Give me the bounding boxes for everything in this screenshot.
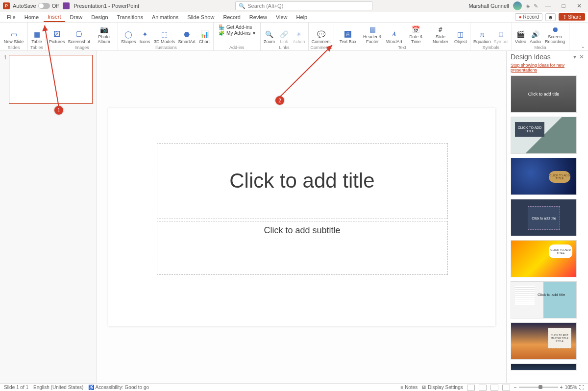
slide-stage: Click to add title Click to add subtitle [97, 51, 506, 383]
minimize-button[interactable]: — [542, 2, 554, 9]
wordart-icon: 𝑨 [390, 29, 399, 39]
stop-ideas-link[interactable]: Stop showing ideas for new presentations [507, 63, 588, 75]
collapse-ribbon-icon[interactable]: ⌄ [581, 43, 585, 49]
tab-home[interactable]: Home [21, 13, 43, 22]
tab-animations[interactable]: Animations [148, 13, 182, 22]
textbox-icon: 🅰 [343, 29, 353, 39]
search-box[interactable]: 🔍 Search (Alt+Q) [235, 1, 372, 10]
toggle-icon[interactable] [38, 3, 50, 9]
record-button[interactable]: ●Record [515, 13, 542, 21]
photo-album-button[interactable]: 📷Photo Album [92, 24, 116, 45]
present-icon[interactable]: ☻ [545, 13, 556, 21]
design-idea-7[interactable]: CLICK TO EDIT MASTER TITLE STYLE [511, 322, 577, 360]
tab-help[interactable]: Help [293, 13, 312, 22]
notes-button[interactable]: ≡ Notes [401, 385, 418, 390]
language[interactable]: English (United States) [33, 385, 83, 390]
pane-menu-icon[interactable]: ▾ [573, 53, 576, 60]
tab-transitions[interactable]: Transitions [113, 13, 147, 22]
design-idea-2[interactable]: CLICK TO ADD TITLE [511, 117, 577, 154]
close-button[interactable]: ✕ [573, 2, 585, 9]
design-idea-6[interactable]: Click to add title [511, 281, 577, 318]
tab-file[interactable]: File [3, 13, 20, 22]
design-idea-4[interactable]: Click to add title [511, 199, 577, 236]
my-addins-button[interactable]: 🧩My Add-ins ▾ [219, 30, 255, 36]
pictures-button[interactable]: 🖼Pictures [48, 29, 66, 45]
tab-draw[interactable]: Draw [66, 13, 87, 22]
link-icon: 🔗 [279, 29, 289, 39]
object-button[interactable]: ◫Object [453, 29, 468, 45]
audio-button[interactable]: 🔊Audio [529, 29, 542, 45]
tab-design[interactable]: Design [87, 13, 112, 22]
tab-view[interactable]: View [272, 13, 292, 22]
icons-button[interactable]: ✦Icons [138, 29, 152, 45]
zoom-in-icon[interactable]: + [560, 385, 563, 390]
pen-icon[interactable]: ✎ [534, 3, 538, 9]
save-icon[interactable] [63, 2, 70, 9]
date-time-button[interactable]: 📅Date & Time [404, 24, 428, 45]
pane-close-icon[interactable]: ✕ [579, 53, 584, 60]
slide-canvas[interactable]: Click to add title Click to add subtitle [108, 108, 495, 326]
models-button[interactable]: ⬚3D Models [153, 29, 176, 45]
slide-thumbnail-1[interactable] [9, 55, 93, 104]
subtitle-placeholder[interactable]: Click to add subtitle [157, 221, 448, 275]
display-settings-button[interactable]: 🖥 Display Settings [421, 385, 463, 390]
get-addins-button[interactable]: 🏪Get Add-ins [219, 24, 255, 30]
accessibility-status[interactable]: ♿ Accessibility: Good to go [88, 385, 149, 390]
slide-number-button[interactable]: #️Slide Number [429, 24, 452, 45]
chevron-down-icon: ▾ [253, 30, 255, 36]
normal-view-icon[interactable] [467, 385, 475, 391]
sorter-view-icon[interactable] [479, 385, 487, 391]
user-area: Marshall Gunnell ◈ ✎ — □ ✕ [468, 1, 585, 10]
tab-insert[interactable]: Insert [44, 12, 65, 22]
shapes-button[interactable]: ◯Shapes [120, 29, 137, 45]
group-text: 🅰Text Box ▤Header & Footer 𝑨WordArt 📅Dat… [334, 23, 470, 50]
zoom-out-icon[interactable]: − [514, 385, 517, 390]
zoom-slider[interactable] [519, 387, 558, 388]
avatar[interactable] [513, 1, 522, 10]
design-idea-3[interactable]: CLICK TO ADD TITLE [511, 158, 577, 195]
screenshot-button[interactable]: 🖵Screenshot [67, 29, 92, 45]
zoom-level: 105% [564, 385, 577, 390]
diamond-icon[interactable]: ◈ [526, 3, 530, 9]
comment-button[interactable]: 💬Comment [311, 29, 332, 45]
screen-recording-button[interactable]: ⏺Screen Recording [543, 24, 567, 45]
tab-review[interactable]: Review [245, 13, 271, 22]
design-idea-5[interactable]: CLICK TO ADD TITLE [511, 240, 577, 277]
video-button[interactable]: 🎬Video [514, 29, 528, 45]
group-media: 🎬Video 🔊Audio ⏺Screen Recording Media [512, 23, 569, 50]
design-idea-1[interactable]: Click to add title [511, 75, 577, 113]
textbox-button[interactable]: 🅰Text Box [336, 29, 360, 45]
slide-count: Slide 1 of 1 [4, 385, 28, 390]
title-bar: P AutoSave Off Presentation1 - PowerPoin… [0, 0, 588, 12]
shapes-icon: ◯ [123, 29, 133, 39]
slideshow-view-icon[interactable] [502, 385, 510, 391]
chart-button[interactable]: 📊Chart [197, 29, 211, 45]
document-title: Presentation1 - PowerPoint [74, 3, 139, 9]
design-idea-8[interactable] [511, 364, 577, 370]
tab-record[interactable]: Record [219, 13, 244, 22]
fit-icon[interactable]: ⛶ [579, 385, 584, 390]
zoom-control[interactable]: − + 105% ⛶ [514, 385, 584, 390]
header-footer-button[interactable]: ▤Header & Footer [361, 24, 384, 45]
action-button[interactable]: ✴Action [292, 29, 306, 45]
equation-button[interactable]: πEquation [472, 29, 492, 45]
table-button[interactable]: ▦Table [30, 29, 44, 45]
status-bar: Slide 1 of 1 English (United States) ♿ A… [0, 383, 588, 391]
zoom-button[interactable]: 🔍Zoom [263, 29, 276, 45]
wordart-button[interactable]: 𝑨WordArt [385, 29, 403, 45]
screenshot-icon: 🖵 [74, 29, 84, 39]
search-placeholder: Search (Alt+Q) [247, 3, 283, 9]
calendar-icon: 📅 [411, 24, 421, 34]
reading-view-icon[interactable] [490, 385, 498, 391]
new-slide-button[interactable]: ▭New Slide [2, 29, 25, 45]
share-button[interactable]: ⇪Share [559, 13, 585, 21]
symbol-button[interactable]: ΩSymbol [492, 29, 509, 45]
autosave-label: AutoSave [13, 3, 36, 9]
tab-slideshow[interactable]: Slide Show [183, 13, 218, 22]
link-button[interactable]: 🔗Link [277, 29, 291, 45]
maximize-button[interactable]: □ [558, 2, 569, 9]
smartart-button[interactable]: ⬣SmartArt [177, 29, 197, 45]
title-placeholder[interactable]: Click to add title [157, 143, 448, 219]
autosave-toggle[interactable]: AutoSave Off [13, 3, 59, 9]
search-icon: 🔍 [239, 3, 245, 9]
